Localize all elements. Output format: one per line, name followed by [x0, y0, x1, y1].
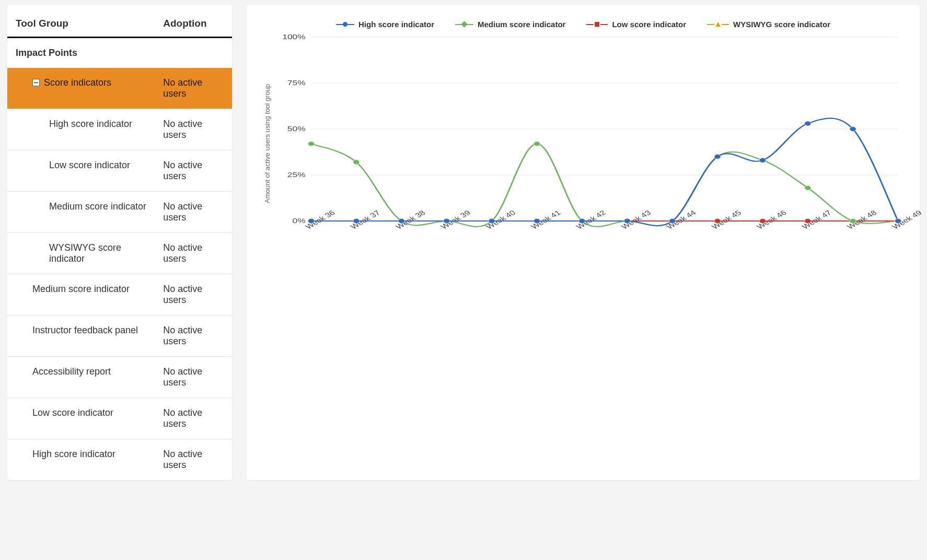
table-row-high-score-indicator[interactable]: High score indicatorNo active users: [7, 439, 232, 481]
table-header-tool-group: Tool Group: [7, 10, 155, 38]
svg-point-48: [353, 160, 360, 165]
row-adoption: No active users: [155, 357, 232, 398]
chart-y-tick: 0%: [293, 217, 306, 224]
chart-y-tick: 75%: [287, 79, 306, 86]
row-adoption: No active users: [155, 109, 232, 150]
table-row-score-indicators[interactable]: Score indicatorsNo active users: [7, 68, 232, 109]
legend-item-high-score-indicator[interactable]: High score indicator: [336, 20, 434, 29]
row-label: Medium score indicator: [49, 201, 146, 212]
svg-point-74: [895, 219, 901, 224]
chart-series-high-score-indicator: [308, 118, 901, 226]
legend-item-wysiwyg-score-indicator[interactable]: WYSIWYG score indicator: [707, 20, 830, 29]
svg-point-63: [398, 219, 404, 224]
svg-point-64: [444, 219, 450, 224]
row-label: High score indicator: [32, 449, 115, 459]
svg-point-71: [759, 158, 766, 162]
svg-point-59: [850, 219, 856, 224]
row-adoption: No active users: [155, 150, 232, 192]
table-row-medium-score-indicator[interactable]: Medium score indicatorNo active users: [7, 192, 232, 233]
row-label: Medium score indicator: [32, 284, 130, 294]
row-label: Low score indicator: [49, 160, 130, 170]
legend-item-medium-score-indicator[interactable]: Medium score indicator: [455, 20, 565, 29]
legend-label: Low score indicator: [612, 20, 686, 29]
svg-point-67: [579, 219, 585, 224]
chart-panel: High score indicatorMedium score indicat…: [247, 5, 920, 480]
row-label: High score indicator: [49, 119, 132, 129]
row-adoption: No active users: [155, 274, 232, 316]
row-adoption: No active users: [155, 192, 232, 233]
chart-y-tick: 50%: [287, 125, 306, 132]
table-row-low-score-indicator[interactable]: Low score indicatorNo active users: [7, 150, 232, 192]
chart-y-tick: 100%: [282, 33, 306, 40]
row-adoption: No active users: [155, 233, 232, 274]
chart-y-axis-label: Amount of active users using tool group: [261, 34, 273, 253]
chart-legend: High score indicatorMedium score indicat…: [261, 20, 905, 29]
table-row-low-score-indicator[interactable]: Low score indicatorNo active users: [7, 398, 232, 439]
row-label: Low score indicator: [32, 407, 113, 418]
svg-point-69: [669, 219, 676, 224]
table-section-label: Impact Points: [7, 38, 232, 68]
row-adoption: No active users: [155, 316, 232, 357]
svg-point-68: [624, 219, 630, 224]
svg-point-52: [534, 142, 540, 146]
svg-point-61: [308, 219, 314, 224]
legend-label: High score indicator: [358, 20, 434, 29]
svg-point-58: [805, 185, 811, 190]
legend-label: WYSIWYG score indicator: [733, 20, 830, 29]
row-label: Score indicators: [44, 77, 111, 88]
svg-point-72: [805, 121, 811, 126]
svg-point-44: [805, 219, 811, 224]
table-row-instructor-feedback-panel[interactable]: Instructor feedback panelNo active users: [7, 316, 232, 357]
row-label: Instructor feedback panel: [32, 325, 138, 335]
table-row-high-score-indicator[interactable]: High score indicatorNo active users: [7, 109, 232, 150]
row-adoption: No active users: [155, 439, 232, 481]
svg-point-65: [489, 219, 495, 224]
svg-point-47: [308, 142, 314, 146]
svg-point-62: [353, 219, 360, 224]
row-adoption: No active users: [155, 398, 232, 439]
legend-label: Medium score indicator: [478, 20, 565, 29]
row-label: Accessibility report: [32, 366, 111, 377]
chart-y-tick: 25%: [287, 171, 306, 178]
svg-point-70: [714, 154, 721, 159]
svg-point-73: [850, 127, 856, 132]
svg-point-66: [534, 219, 540, 224]
legend-item-low-score-indicator[interactable]: Low score indicator: [586, 20, 686, 29]
tool-group-table: Tool Group Adoption Impact Points Score …: [7, 5, 232, 480]
table-row-medium-score-indicator[interactable]: Medium score indicatorNo active users: [7, 274, 232, 316]
table-header-adoption: Adoption: [155, 10, 232, 38]
row-label: WYSIWYG score indicator: [49, 242, 121, 264]
table-row-wysiwyg-score-indicator[interactable]: WYSIWYG score indicatorNo active users: [7, 233, 232, 274]
svg-point-42: [714, 219, 721, 224]
line-chart: 0%25%50%75%100%Week 36Week 37Week 38Week…: [273, 34, 905, 253]
table-row-accessibility-report[interactable]: Accessibility reportNo active users: [7, 357, 232, 398]
svg-point-43: [759, 219, 766, 224]
row-adoption: No active users: [155, 68, 232, 109]
collapse-icon[interactable]: [32, 79, 40, 86]
